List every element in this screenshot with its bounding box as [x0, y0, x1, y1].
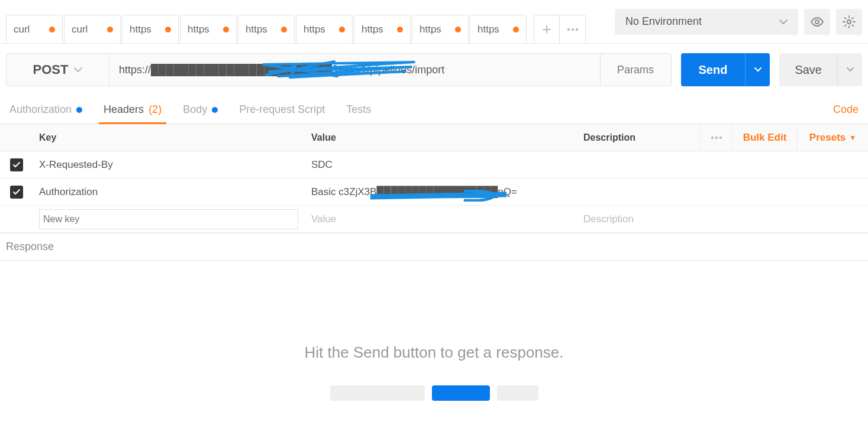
request-tab[interactable]: https	[180, 15, 237, 43]
unsaved-dot	[223, 27, 229, 33]
chevron-down-icon	[74, 67, 82, 73]
svg-point-3	[815, 20, 819, 24]
tab-tests[interactable]: Tests	[346, 96, 371, 124]
column-value: Value	[305, 132, 577, 143]
new-description-input[interactable]: Description	[577, 213, 700, 225]
header-row: Authorization Basic c3ZjX3B█████████████…	[0, 179, 868, 206]
request-input-group: POST Params	[6, 53, 672, 86]
headers-table: Key Value Description Bulk Edit Presets …	[0, 124, 868, 233]
header-value-cell[interactable]: Basic c3ZjX3B█████████████████nQ=	[305, 186, 577, 198]
request-tab[interactable]: curl	[6, 15, 63, 43]
unsaved-dot	[513, 27, 519, 33]
headers-count: (2)	[149, 103, 162, 116]
headers-options-button[interactable]	[700, 124, 732, 151]
save-dropdown-button[interactable]	[837, 53, 862, 86]
chevron-down-icon	[754, 67, 761, 72]
indicator-dot	[76, 107, 82, 113]
code-link[interactable]: Code	[833, 103, 859, 116]
svg-point-2	[575, 28, 577, 30]
tab-pre-request-script[interactable]: Pre-request Script	[239, 96, 325, 124]
bulk-edit-button[interactable]: Bulk Edit	[732, 124, 797, 151]
header-key-cell[interactable]: Authorization	[33, 186, 305, 198]
settings-button[interactable]	[836, 9, 862, 35]
request-row: POST Params Send Save	[0, 44, 868, 96]
svg-point-7	[719, 136, 721, 138]
response-body: Hit the Send button to get a response.	[0, 261, 868, 401]
ellipsis-icon	[567, 28, 579, 31]
tab-bar: curl curl https https https https https …	[6, 0, 528, 43]
send-dropdown-button[interactable]	[745, 53, 770, 86]
caret-down-icon: ▼	[849, 134, 856, 142]
preview-environment-button[interactable]	[804, 9, 830, 35]
plus-icon	[543, 25, 551, 34]
redaction-scribble	[370, 190, 506, 202]
svg-point-5	[711, 136, 713, 138]
top-bar: curl curl https https https https https …	[0, 0, 868, 44]
header-new-row: Value Description	[0, 206, 868, 233]
environment-select[interactable]: No Environment	[615, 9, 798, 35]
unsaved-dot	[107, 27, 113, 33]
request-tab[interactable]: https	[470, 15, 527, 43]
request-tab[interactable]: https	[238, 15, 295, 43]
response-header: Response	[0, 233, 868, 261]
request-tab[interactable]: https	[122, 15, 179, 43]
svg-point-6	[715, 136, 717, 138]
response-empty-message: Hit the Send button to get a response.	[305, 343, 564, 362]
chevron-down-icon	[847, 67, 854, 72]
unsaved-dot	[339, 27, 345, 33]
headers-table-head: Key Value Description Bulk Edit Presets …	[0, 124, 868, 151]
params-button[interactable]: Params	[600, 54, 671, 86]
svg-point-4	[847, 20, 851, 24]
unsaved-dot	[281, 27, 287, 33]
tab-body[interactable]: Body	[183, 96, 218, 124]
enable-checkbox[interactable]	[10, 158, 23, 171]
header-key-cell[interactable]: X-Requested-By	[33, 159, 305, 171]
eye-icon	[810, 17, 824, 27]
unsaved-dot	[165, 27, 171, 33]
response-placeholder-graphic	[330, 385, 538, 401]
new-key-input[interactable]	[39, 209, 298, 229]
svg-point-1	[571, 28, 573, 30]
tab-actions	[534, 0, 586, 43]
tab-overflow-button[interactable]	[560, 15, 586, 43]
column-key: Key	[33, 132, 305, 143]
svg-point-0	[567, 28, 569, 30]
column-description: Description	[577, 132, 700, 143]
request-tab[interactable]: https	[412, 15, 469, 43]
tab-authorization[interactable]: Authorization	[9, 96, 82, 124]
request-tab[interactable]: curl	[64, 15, 121, 43]
gear-icon	[843, 15, 856, 28]
new-value-input[interactable]: Value	[305, 213, 577, 225]
request-subtabs: Authorization Headers (2) Body Pre-reque…	[0, 96, 868, 124]
environment-label: No Environment	[625, 15, 702, 28]
presets-button[interactable]: Presets ▼	[797, 124, 868, 151]
checkmark-icon	[13, 189, 20, 195]
unsaved-dot	[397, 27, 403, 33]
unsaved-dot	[455, 27, 461, 33]
enable-checkbox[interactable]	[10, 186, 23, 199]
indicator-dot	[212, 107, 218, 113]
send-button-group: Send	[681, 53, 770, 86]
new-tab-button[interactable]	[534, 15, 560, 43]
chevron-down-icon	[779, 19, 788, 25]
ellipsis-icon	[711, 136, 722, 139]
request-tab[interactable]: https	[354, 15, 411, 43]
header-value-cell[interactable]: SDC	[305, 159, 577, 171]
header-row: X-Requested-By SDC	[0, 151, 868, 179]
request-tab[interactable]: https	[296, 15, 353, 43]
unsaved-dot	[49, 27, 55, 33]
redaction-scribble	[260, 59, 420, 79]
save-button-group: Save	[779, 53, 862, 86]
send-button[interactable]: Send	[681, 53, 746, 86]
tab-headers[interactable]: Headers (2)	[104, 96, 162, 124]
checkmark-icon	[13, 162, 20, 168]
method-label: POST	[33, 62, 69, 77]
method-select[interactable]: POST	[7, 54, 109, 86]
save-button[interactable]: Save	[779, 53, 837, 86]
